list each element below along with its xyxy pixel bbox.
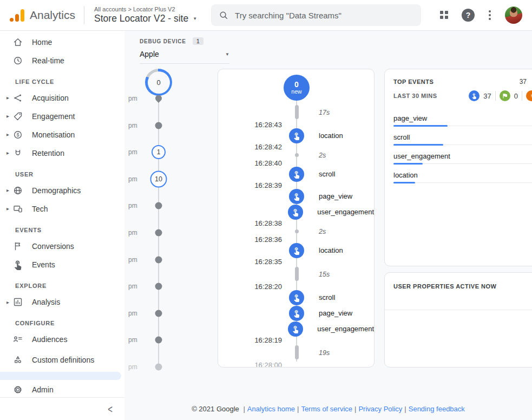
apps-grid-icon[interactable] [440, 11, 449, 19]
event-name[interactable]: user_engagement [317, 325, 374, 333]
sidebar-item-acquisition[interactable]: ▶Acquisition [0, 89, 124, 107]
stream-timestamp: 16:28:35 [218, 258, 282, 266]
stream-row-event[interactable]: user_engagement [218, 204, 374, 220]
breadcrumb[interactable]: All accounts > Locator Plus V2 [94, 6, 197, 12]
top-event-name[interactable]: user_engagement [385, 152, 532, 160]
collapse-sidebar-icon[interactable]: < [108, 403, 113, 415]
sidebar-item-label: Acquisition [32, 94, 69, 102]
sidebar-item-real-time[interactable]: Real-time [0, 51, 124, 70]
expand-arrow-icon[interactable]: ▶ [5, 300, 10, 304]
minute-dot-marker[interactable] [155, 122, 162, 129]
event-name[interactable]: page_view [319, 192, 352, 200]
event-name[interactable]: scroll [319, 170, 335, 178]
event-touch-icon[interactable] [289, 189, 304, 204]
event-touch-icon[interactable] [289, 243, 304, 258]
minute-row: pm [124, 219, 195, 246]
sidebar-item-events[interactable]: Events [0, 255, 124, 274]
counter-touch[interactable]: 37 [469, 90, 491, 101]
counter-flag[interactable]: 0 [500, 90, 518, 101]
top-event-item[interactable]: scroll [385, 133, 532, 145]
property-selector[interactable]: Store Locator V2 - site ▼ [94, 13, 197, 24]
event-touch-icon[interactable] [288, 205, 303, 220]
event-touch-icon[interactable] [288, 321, 303, 337]
stream-gap-segment [295, 345, 299, 359]
footer-link-privacy-policy[interactable]: Privacy Policy [358, 405, 402, 413]
event-touch-icon[interactable] [289, 167, 304, 182]
top-event-item[interactable]: location [385, 171, 532, 183]
stream-row-event[interactable]: page_view [218, 188, 374, 204]
event-name[interactable]: scroll [319, 293, 335, 301]
top-event-item[interactable]: user_engagement [385, 152, 532, 164]
stream-new-circle[interactable]: 0 new [284, 75, 310, 101]
sidebar-item-label: Home [32, 38, 52, 47]
event-name[interactable]: user_engagement [317, 208, 374, 216]
sidebar-item-retention[interactable]: ▶Retention [0, 144, 124, 162]
stream-row-event[interactable]: page_view [218, 305, 374, 321]
stream-marker-slot [282, 243, 311, 258]
minute-dot-marker[interactable] [155, 337, 162, 344]
minute-dot-marker[interactable] [155, 229, 162, 237]
stream-gap-segment [295, 267, 299, 281]
event-touch-icon[interactable] [289, 128, 304, 143]
minute-count-circle[interactable]: 1 [152, 145, 166, 159]
sidebar-item-selected-highlight[interactable] [0, 372, 121, 380]
stream-row-event[interactable]: scroll [218, 290, 374, 305]
help-icon[interactable]: ? [462, 9, 475, 22]
top-event-name[interactable]: scroll [385, 133, 532, 141]
stream-row-event[interactable]: location [218, 128, 374, 143]
stream-row-event[interactable]: scroll [218, 166, 374, 182]
home-icon [12, 37, 23, 48]
event-name[interactable]: location [319, 132, 343, 140]
minute-dot-marker[interactable] [155, 364, 162, 371]
stream-row-event[interactable]: user_engagement [218, 321, 374, 337]
search-input[interactable]: Try searching "Data Streams" [211, 4, 421, 26]
expand-arrow-icon[interactable]: ▶ [5, 133, 10, 136]
stream-row-time: 16:28:38 [218, 220, 374, 226]
minute-label: pm [128, 148, 137, 156]
event-name[interactable]: location [319, 246, 343, 254]
stream-row-gap: 15s [218, 265, 374, 283]
sidebar-item-admin[interactable]: Admin [0, 380, 124, 399]
top-event-name[interactable]: location [385, 171, 532, 179]
minute-dot-marker[interactable] [155, 283, 162, 290]
expand-arrow-icon[interactable]: ▶ [5, 188, 10, 192]
minute-label: pm [128, 283, 137, 290]
minute-dot-marker[interactable] [155, 202, 162, 209]
sidebar-item-engagement[interactable]: ▶Engagement [0, 107, 124, 126]
sidebar-item-custom-definitions[interactable]: Custom definitions [0, 349, 124, 371]
search-placeholder: Try searching "Data Streams" [235, 11, 341, 20]
expand-arrow-icon[interactable]: ▶ [5, 207, 10, 211]
event-name[interactable]: page_view [319, 309, 352, 317]
analytics-logo[interactable]: Analytics [10, 9, 75, 22]
expand-arrow-icon[interactable]: ▶ [5, 96, 10, 100]
sidebar-item-tech[interactable]: ▶Tech [0, 200, 124, 218]
footer-link-terms-of-service[interactable]: Terms of service [301, 405, 352, 413]
minute-dot-marker[interactable] [155, 256, 162, 263]
expand-arrow-icon[interactable]: ▶ [5, 151, 10, 155]
top-event-item[interactable]: page_view [385, 114, 532, 126]
user-properties-card: USER PROPERTIES ACTIVE NOW [384, 272, 532, 368]
top-event-bar [393, 125, 448, 127]
footer-link-analytics-home[interactable]: Analytics home [247, 405, 295, 413]
stream-row-time: 16:28:36 [218, 236, 374, 242]
minutes-current-count: 0 [156, 78, 160, 87]
sidebar-item-audiences[interactable]: Audiences [0, 330, 124, 349]
more-menu-icon[interactable] [488, 9, 492, 21]
minute-count-circle[interactable]: 10 [150, 170, 167, 187]
stream-row-event[interactable]: location [218, 242, 374, 258]
sidebar-item-demographics[interactable]: ▶Demographics [0, 181, 124, 200]
top-event-name[interactable]: page_view [385, 114, 532, 122]
sidebar-item-monetisation[interactable]: ▶$Monetisation [0, 126, 124, 144]
counter-error[interactable] [526, 90, 532, 101]
expand-arrow-icon[interactable]: ▶ [5, 114, 10, 118]
event-touch-icon[interactable] [289, 290, 304, 305]
minute-dot-marker[interactable] [155, 310, 162, 317]
event-touch-icon[interactable] [289, 306, 304, 321]
sidebar-item-home[interactable]: Home [0, 33, 124, 51]
avatar[interactable] [505, 6, 522, 24]
sidebar-item-conversions[interactable]: Conversions [0, 237, 124, 255]
footer-link-sending-feedback[interactable]: Sending feedback [409, 405, 465, 413]
chevron-down-icon: ▼ [225, 52, 229, 57]
sidebar-item-analysis[interactable]: ▶Analysis [0, 293, 124, 311]
minutes-current-circle[interactable]: 0 [145, 69, 172, 96]
